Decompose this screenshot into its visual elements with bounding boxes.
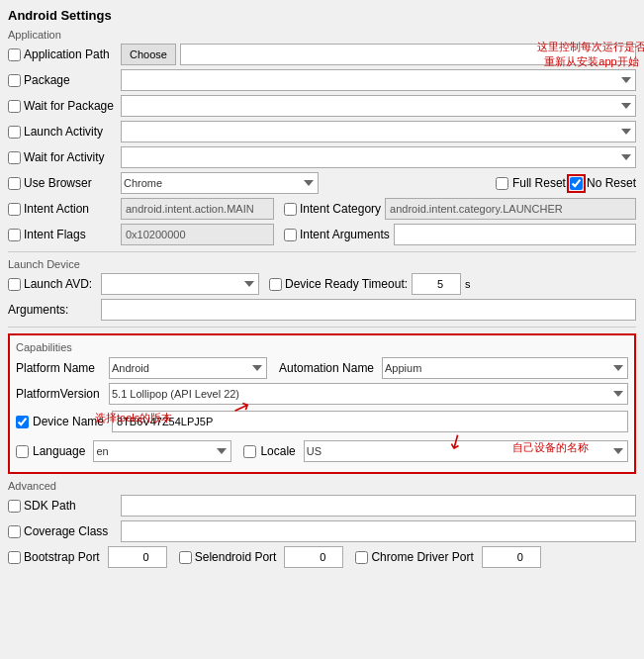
application-path-row: Application Path Choose: [8, 44, 636, 65]
language-dropdown[interactable]: en: [93, 440, 231, 462]
chrome-driver-port-checkbox[interactable]: [355, 551, 368, 564]
platform-version-dropdown[interactable]: 5.1 Lollipop (API Level 22): [109, 383, 628, 405]
sdk-path-input[interactable]: [121, 495, 636, 517]
locale-label: Locale: [260, 444, 295, 458]
automation-name-dropdown[interactable]: Appium: [382, 357, 628, 379]
coverage-class-input[interactable]: [121, 520, 636, 542]
package-checkbox[interactable]: [8, 74, 21, 87]
full-reset-checkbox[interactable]: [496, 177, 508, 190]
intent-action-checkbox[interactable]: [8, 203, 21, 216]
capabilities-box: Capabilities Platform Name Android Autom…: [8, 333, 636, 474]
intent-row: Intent Action Intent Category: [8, 198, 636, 220]
launch-avd-checkbox[interactable]: [8, 278, 21, 291]
annotation-device-name: 自己设备的名称: [512, 440, 589, 455]
intent-action-input[interactable]: [121, 198, 274, 220]
chrome-driver-port-label: Chrome Driver Port: [355, 550, 477, 564]
intent-arguments-checkbox[interactable]: [284, 229, 297, 241]
panel-title: Android Settings: [8, 8, 636, 23]
automation-name-label: Automation Name: [279, 361, 378, 375]
wait-for-package-row: Wait for Package: [8, 95, 636, 117]
launch-avd-row: Launch AVD: Device Ready Timeout: s: [8, 273, 636, 295]
wait-for-activity-checkbox[interactable]: [8, 151, 21, 164]
locale-checkbox[interactable]: [243, 445, 256, 458]
intent-action-label: Intent Action: [8, 202, 117, 216]
arguments-label: Arguments:: [8, 303, 97, 317]
device-name-input[interactable]: [112, 411, 628, 432]
full-reset-label: Full Reset: [512, 176, 566, 190]
launch-activity-row: Launch Activity: [8, 121, 636, 142]
no-reset-label: No Reset: [587, 176, 636, 190]
launch-activity-dropdown[interactable]: [121, 121, 636, 142]
use-browser-checkbox[interactable]: [8, 177, 21, 190]
selendroid-port-label: Selendroid Port: [179, 550, 281, 564]
capabilities-section-label: Capabilities: [16, 341, 628, 353]
platform-name-dropdown[interactable]: Android: [109, 357, 267, 379]
intent-flags-row: Intent Flags Intent Arguments: [8, 224, 636, 245]
choose-button[interactable]: Choose: [121, 44, 176, 65]
platform-version-label: PlatformVersion: [16, 387, 105, 401]
intent-arguments-input[interactable]: [394, 224, 636, 245]
android-settings-panel: Android Settings Application Application…: [0, 0, 644, 580]
application-section-label: Application: [8, 29, 636, 41]
application-path-input[interactable]: [180, 44, 636, 65]
bootstrap-port-input[interactable]: [108, 546, 167, 568]
sdk-path-checkbox[interactable]: [8, 500, 21, 513]
intent-category-input[interactable]: [385, 198, 636, 220]
intent-category-checkbox[interactable]: [284, 203, 297, 216]
coverage-class-row: Coverage Class: [8, 520, 636, 542]
launch-avd-label: Launch AVD:: [8, 277, 97, 291]
wait-for-package-dropdown[interactable]: [121, 95, 636, 117]
intent-flags-label: Intent Flags: [8, 228, 117, 241]
platform-automation-row: Platform Name Android Automation Name Ap…: [16, 357, 628, 379]
package-dropdown[interactable]: [121, 69, 636, 91]
package-label: Package: [8, 73, 117, 87]
application-path-label: Application Path: [8, 47, 117, 61]
launch-activity-label: Launch Activity: [8, 125, 117, 139]
wait-for-package-label: Wait for Package: [8, 99, 117, 113]
use-browser-dropdown[interactable]: Chrome: [121, 172, 319, 194]
intent-category-label: Intent Category: [284, 202, 381, 216]
coverage-class-label: Coverage Class: [8, 524, 117, 538]
launch-device-section-label: Launch Device: [8, 258, 636, 270]
bootstrap-port-label: Bootstrap Port: [8, 550, 104, 564]
application-path-checkbox[interactable]: [8, 48, 21, 61]
device-name-checkbox[interactable]: [16, 416, 29, 428]
platform-name-label: Platform Name: [16, 361, 105, 375]
bootstrap-port-checkbox[interactable]: [8, 551, 21, 564]
use-browser-row: Use Browser Chrome Full Reset No Reset: [8, 172, 636, 194]
platform-version-row: PlatformVersion 5.1 Lollipop (API Level …: [16, 383, 628, 405]
wait-for-activity-dropdown[interactable]: [121, 146, 636, 168]
device-name-label: Device Name: [33, 415, 104, 428]
no-reset-checkbox[interactable]: [570, 177, 583, 190]
wait-for-activity-row: Wait for Activity: [8, 146, 636, 168]
device-ready-timeout-unit: s: [465, 278, 471, 290]
advanced-section-label: Advanced: [8, 480, 636, 492]
package-row: Package 这里控制每次运行是否 重新从安装app开始: [8, 69, 636, 91]
language-checkbox[interactable]: [16, 445, 29, 458]
annotation-tools-version: 选择tools的版本: [95, 411, 172, 425]
arguments-row: Arguments:: [8, 299, 636, 321]
device-ready-timeout-label: Device Ready Timeout:: [269, 277, 408, 291]
language-label: Language: [33, 444, 85, 458]
selendroid-port-input[interactable]: [284, 546, 343, 568]
intent-arguments-label: Intent Arguments: [284, 228, 390, 241]
ports-row: Bootstrap Port Selendroid Port Chrome Dr…: [8, 546, 636, 568]
arguments-input[interactable]: [101, 299, 636, 321]
intent-flags-input[interactable]: [121, 224, 274, 245]
sdk-path-row: SDK Path: [8, 495, 636, 517]
divider2: [8, 327, 636, 328]
wait-for-activity-label: Wait for Activity: [8, 150, 117, 164]
use-browser-label: Use Browser: [8, 176, 117, 190]
selendroid-port-checkbox[interactable]: [179, 551, 192, 564]
coverage-class-checkbox[interactable]: [8, 525, 21, 538]
intent-flags-checkbox[interactable]: [8, 229, 21, 241]
device-ready-timeout-input[interactable]: [412, 273, 461, 295]
chrome-driver-port-input[interactable]: [482, 546, 541, 568]
device-ready-timeout-checkbox[interactable]: [269, 278, 282, 291]
sdk-path-label: SDK Path: [8, 499, 117, 513]
launch-activity-checkbox[interactable]: [8, 126, 21, 139]
divider1: [8, 251, 636, 252]
launch-avd-dropdown[interactable]: [101, 273, 259, 295]
wait-for-package-checkbox[interactable]: [8, 100, 21, 113]
